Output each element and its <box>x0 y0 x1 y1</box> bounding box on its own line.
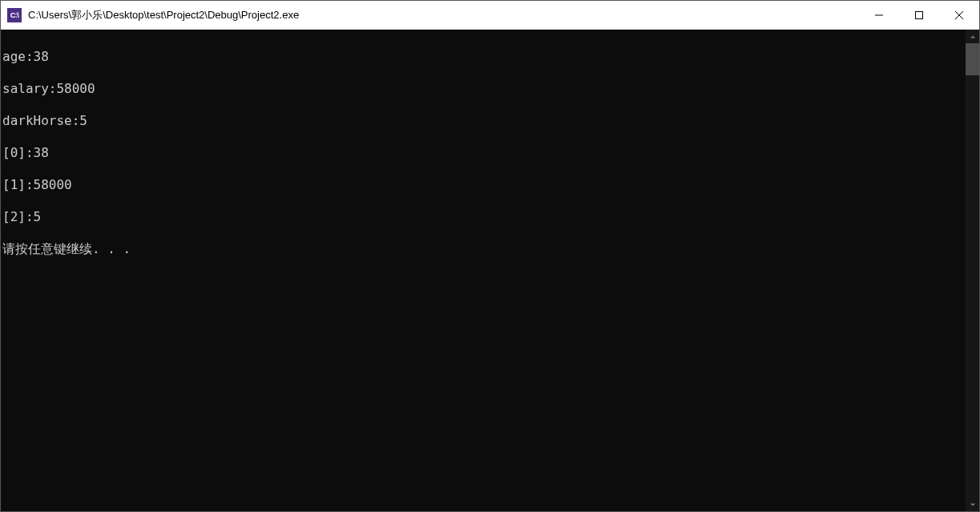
console-line: 请按任意键继续. . . <box>2 241 964 257</box>
app-icon: C:\ <box>7 8 22 22</box>
scroll-down-button[interactable] <box>966 498 979 511</box>
maximize-icon <box>915 11 923 19</box>
minimize-icon <box>875 11 883 19</box>
titlebar[interactable]: C:\ C:\Users\郭小乐\Desktop\test\Project2\D… <box>1 1 979 30</box>
scroll-thumb[interactable] <box>966 43 979 75</box>
maximize-button[interactable] <box>899 1 939 29</box>
console-line: [1]:58000 <box>2 177 964 193</box>
scroll-up-button[interactable] <box>966 30 979 43</box>
console-output[interactable]: age:38 salary:58000 darkHorse:5 [0]:38 [… <box>1 30 966 511</box>
chevron-up-icon <box>970 34 976 40</box>
window-controls <box>859 1 979 29</box>
close-button[interactable] <box>939 1 979 29</box>
close-icon <box>955 11 963 19</box>
chevron-down-icon <box>970 502 976 508</box>
console-line: salary:58000 <box>2 81 964 97</box>
console-line: age:38 <box>2 49 964 65</box>
window-title: C:\Users\郭小乐\Desktop\test\Project2\Debug… <box>28 8 859 22</box>
vertical-scrollbar[interactable] <box>966 30 979 511</box>
console-line: darkHorse:5 <box>2 113 964 129</box>
svg-rect-1 <box>916 11 923 18</box>
console-line: [0]:38 <box>2 145 964 161</box>
minimize-button[interactable] <box>859 1 899 29</box>
console-wrapper: age:38 salary:58000 darkHorse:5 [0]:38 [… <box>1 30 979 511</box>
console-line: [2]:5 <box>2 209 964 225</box>
